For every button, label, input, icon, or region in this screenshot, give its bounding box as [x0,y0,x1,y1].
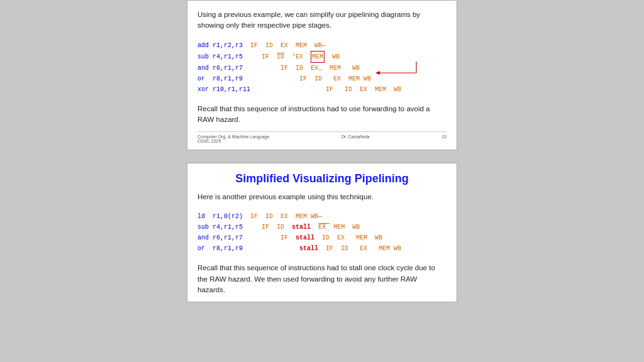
stages-2: IF ID °EX MEM WB [262,51,340,63]
instr2-4: or r8,r1,r9 [197,243,243,254]
stages2-3: IF stall ID EX MEM WB [280,233,382,243]
slide1-pipeline: add r1,r2,r3 IF ID EX MEM WB— sub r4,r1,… [197,40,401,95]
instr-1: add r1,r2,r3 [197,40,243,51]
slide1-diagram: add r1,r2,r3 IF ID EX MEM WB— sub r4,r1,… [197,36,401,100]
instr-2: sub r4,r1,r5 [197,52,243,62]
slide2-title: Simplified Visualizing Pipelining [197,172,447,185]
slide2-recall: Recall that this sequence of instruction… [197,263,447,295]
slide1-footer: Computer Org. & Machine Language CDSC 23… [197,131,447,143]
instr2-3: and r6,r1,r7 [197,233,243,243]
slide1-footer-right: 13 [441,134,447,143]
pipeline2-row-4: or r8,r1,r9 stall IF ID EX MEM WB [197,243,401,254]
pipeline-row-3: and r6,r1,r7 IF ID EX_ MEM WB [197,63,401,74]
slide1-recall: Recall that this sequence of instruction… [197,104,447,126]
slide2-diagram: ld r1,0(r2) IF ID EX MEM WB― sub r4,r1,r… [197,207,401,259]
slide2-intro: Here is another previous example using t… [197,192,447,202]
slide-container: Using a previous example, we can simplif… [0,0,644,302]
stages2-1: IF ID EX MEM WB― [250,211,322,222]
stages-3: IF ID EX_ MEM WB [280,63,360,74]
pipeline2-row-1: ld r1,0(r2) IF ID EX MEM WB― [197,211,401,222]
instr2-2: sub r4,r1,r5 [197,222,243,233]
slide2-pipeline: ld r1,0(r2) IF ID EX MEM WB― sub r4,r1,r… [197,211,401,254]
slide-1: Using a previous example, we can simplif… [187,0,457,150]
pipeline-row-5: xor r10,r1,r11 IF ID EX MEM WB [197,84,401,95]
stages-5: IF ID EX MEM WB [326,84,401,95]
pipeline2-row-2: sub r4,r1,r5 IF ID stall EX̲ MEM WB [197,222,401,233]
stages-1: IF ID EX MEM WB— [250,40,326,51]
stages-4: IF ID EX MEM WB [299,74,371,84]
instr-3: and r6,r1,r7 [197,63,243,74]
slide-2: Simplified Visualizing Pipelining Here i… [187,163,457,302]
slide1-intro: Using a previous example, we can simplif… [197,9,447,31]
stages2-2: IF ID stall EX̲ MEM WB [262,222,360,233]
instr2-1: ld r1,0(r2) [197,211,243,222]
pipeline-row-2: sub r4,r1,r5 IF ID °EX MEM WB [197,51,401,63]
pipeline-row-4: or r8,r1,r9 IF ID EX MEM WB [197,74,401,84]
slide1-footer-left: Computer Org. & Machine Language CDSC 23… [197,134,269,143]
pipeline-row-1: add r1,r2,r3 IF ID EX MEM WB— [197,40,401,51]
slide1-footer-center: Dr. Castañeda [341,134,370,143]
instr-5: xor r10,r1,r11 [197,84,250,95]
pipeline2-row-3: and r6,r1,r7 IF stall ID EX MEM WB [197,233,401,243]
stages2-4: stall IF ID EX MEM WB [299,243,401,254]
instr-4: or r8,r1,r9 [197,74,243,84]
